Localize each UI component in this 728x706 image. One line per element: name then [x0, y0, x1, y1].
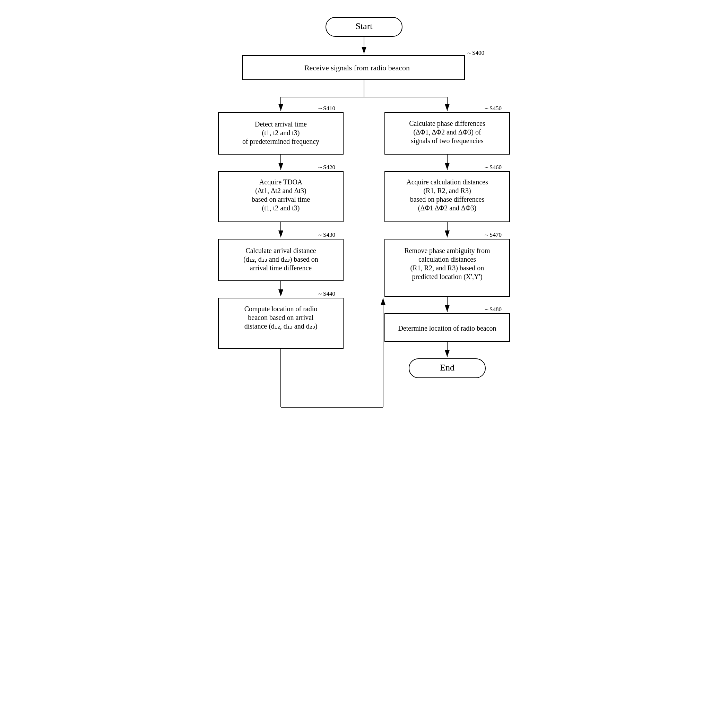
s430-step: ～S430 [317, 231, 335, 238]
start-label: Start [355, 21, 373, 31]
s470-line4: predicted location (X',Y') [412, 273, 482, 281]
flowchart-container: Start Receive signals from radio beacon … [208, 7, 520, 650]
s450-step: ～S450 [484, 105, 502, 112]
s410-line1: Detect arrival time [255, 120, 307, 128]
s430-line2: (d₁₂, d₁₃ and d₂₃) based on [243, 256, 318, 263]
s460-line2: (R1, R2, and R3) [423, 187, 471, 195]
s460-line3: based on phase differences [410, 195, 485, 204]
s470-line3: (R1, R2, and R3) based on [410, 264, 484, 272]
s420-line1: Acquire TDOA [259, 178, 303, 186]
s460-step: ～S460 [484, 164, 502, 170]
s440-line2: beacon based on arrival [248, 314, 314, 321]
s420-line3: based on arrival time [252, 195, 310, 203]
s460-line4: (ΔΦ1 ΔΦ2 and ΔΦ3) [418, 204, 477, 212]
s440-line1: Compute location of radio [244, 305, 318, 313]
s450-line3: signals of two frequencies [411, 137, 484, 145]
s410-line2: (t1, t2 and t3) [262, 129, 300, 137]
s420-line4: (t1, t2 and t3) [262, 204, 300, 212]
s470-line1: Remove phase ambiguity from [404, 247, 490, 255]
s480-step: ～S480 [484, 306, 502, 313]
s440-step: ～S440 [317, 290, 335, 297]
s470-line2: calculation distances [419, 256, 476, 263]
s450-line1: Calculate phase differences [409, 120, 485, 127]
s470-step: ～S470 [484, 231, 502, 238]
end-label: End [440, 362, 455, 372]
s480-line1: Determine location of radio beacon [398, 325, 496, 332]
s420-step: ～S420 [317, 164, 335, 170]
s440-line3: distance (d₁₂, d₁₃ and d₂₃) [244, 322, 318, 330]
flowchart-svg: Start Receive signals from radio beacon … [208, 7, 520, 648]
s410-step: ～S410 [317, 105, 335, 112]
s420-line2: (Δt1, Δt2 and Δt3) [255, 187, 306, 195]
s430-line1: Calculate arrival distance [246, 247, 316, 254]
s400-step: ～S400 [466, 49, 484, 56]
s430-line3: arrival time difference [250, 264, 312, 272]
s410-line3: of predetermined frequency [242, 137, 319, 146]
s400-label: Receive signals from radio beacon [304, 64, 410, 72]
s450-line2: (ΔΦ1, ΔΦ2 and ΔΦ3) of [413, 128, 481, 136]
s460-line1: Acquire calculation distances [406, 178, 488, 186]
